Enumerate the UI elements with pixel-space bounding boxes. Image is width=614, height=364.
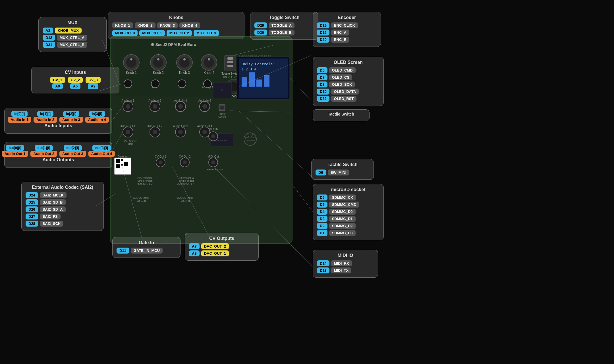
sd-d3-row: D3 SDMMC_D1 [317,216,379,222]
enc-b-label: ENC_B [331,37,349,43]
sd-d1-row: D1 SDMMC_D3 [317,230,379,236]
gate-in-title: Gate In [117,240,176,245]
sd-d1: SDMMC_D1 [329,216,356,222]
svg-point-54 [178,104,183,109]
svg-text:Here: Here [128,143,134,145]
cv-inputs-title: CV Inputs [36,70,115,75]
sd-d2-row: D2 SDMMC_D2 [317,223,379,229]
midi-d14-row: D14 MIDI_RX [317,260,374,266]
audio-out3-code: out[2][i] [64,145,82,151]
mux-pin-row-1: A3 KNOB_MUX [43,28,102,34]
enc-pin-row-3: D20 ENC_B [317,37,377,43]
sd-ck: SDMMC_CK [329,194,356,200]
svg-point-52 [153,104,157,109]
svg-rect-43 [264,75,269,87]
svg-point-70 [153,130,157,134]
sd-d6: D6 [317,194,327,200]
svg-text:ON-OFF-ON: ON-OFF-ON [223,76,238,78]
cv-out-a7-row: A7 DAC_OUT_2 [189,243,254,249]
audio-in2-label: Audio In 2 [34,117,57,123]
svg-point-94 [183,160,187,164]
sd-d3: SDMMC_D3 [329,230,356,236]
svg-text:PCM3060: PCM3060 [217,139,227,142]
svg-point-5 [130,58,132,60]
svg-point-50 [126,104,130,109]
oled-d7-row: D7 OLED_CS [317,74,379,80]
sai2-d24-row: D24 SAI2_MCLK [26,192,99,198]
svg-text:Switch: Switch [218,115,226,118]
microsd-title: microSD socket [317,187,379,192]
audio-out2-code: out[1][i] [35,145,53,151]
toggle-pin-row-2: D30 TOGGLE_B [254,30,314,35]
knob3-chip: KNOB_3 [157,22,178,28]
svg-text:hardware: hardware [245,139,255,142]
audio-out1-label: Audio Out 1 [2,151,28,157]
oled-d8-row: D8 OLED_SCK [317,81,379,87]
svg-point-34 [178,80,186,88]
cv3-id: A2 [88,83,98,89]
svg-text:External COD...: External COD... [207,168,225,171]
svg-text:Single-ended: Single-ended [179,179,194,182]
tactile-title: Tactile Switch [316,162,370,167]
oled-d8: D8 [317,81,327,87]
svg-text:Single-ended: Single-ended [137,179,152,182]
svg-point-8 [157,58,159,60]
oled-d7: D7 [317,74,327,80]
svg-point-92 [159,160,163,164]
svg-rect-88 [124,162,128,166]
svg-point-97 [211,134,215,138]
oled-d10-row: D10 OLED_DATA [317,89,379,95]
enc-a-label: ENC_A [331,30,349,35]
sai2-mclk: SAI2_MCLK [40,192,67,198]
mux-pin-d31: D31 [43,42,55,48]
mux-ch0-chip: MUX_CH_0 [112,30,138,36]
svg-rect-42 [256,80,262,87]
svg-text:GND VCCSEL SDARES DC CS: GND VCCSEL SDARES DC CS [239,55,271,57]
svg-text:CODEC Input: CODEC Input [177,196,193,199]
svg-text:Toggle Switch: Toggle Switch [221,72,239,75]
tactile-switch-top-annotation: Tactile Switch [313,109,370,121]
cv-inputs-annotation: CV Inputs CV_1 A0 CV_2 A6 CV_3 A2 [31,67,119,93]
svg-text:Input (Ch. 1-2): Input (Ch. 1-2) [137,182,153,185]
sai2-d27-row: D27 SAI2_FS [26,214,99,219]
svg-text:IC: IC [221,89,223,91]
tactile-switch-annotation: Tactile Switch D9 SW_MINI [311,159,374,180]
mux-label-ctrl-b: MUX_CTRL_B [57,42,87,48]
sai2-d27: D27 [26,214,38,219]
svg-text:⚙ Seed2 DFM Eval Euro: ⚙ Seed2 DFM Eval Euro [151,42,196,47]
svg-text:Differential to: Differential to [179,177,194,179]
svg-text:(Ch. 1-2): (Ch. 1-2) [136,199,146,202]
gate-in-row: D11 GATE_IN_MCU [117,248,176,254]
svg-text:Tactile: Tactile [218,112,226,115]
sd-d5: D5 [317,202,327,208]
mux-label-knob-mux: KNOB_MUX [55,28,82,34]
mux-annotation: MUX A3 KNOB_MUX D12 MUX_CTRL_A D31 MUX_C… [38,17,107,52]
oled-sck: OLED_SCK [329,81,355,87]
enc-pin-row-2: D16 ENC_A [317,30,377,35]
sai2-title: External Audio Codec (SAI2) [26,185,99,190]
svg-rect-22 [227,65,233,67]
svg-point-35 [204,80,211,88]
midi-d13: D13 [317,267,329,273]
svg-text:Differential to: Differential to [138,177,153,179]
sai2-d28-row: D28 SAI2_SCK [26,221,99,227]
enc-d20: D20 [317,37,329,43]
sai2-sd-b: SAI2_SD_B [40,199,66,205]
oled-rst: OLED_RST [331,96,356,102]
sai2-sd-a: SAI2_SD_A [40,206,66,212]
svg-rect-87 [121,164,123,166]
cv-a7: A7 [189,243,200,249]
enc-d19: D19 [317,22,329,28]
enc-pin-row-1: D19 ENC_CLICK [317,22,377,28]
svg-point-14 [208,58,210,60]
svg-rect-84 [116,159,120,163]
tactile-d9: D9 [316,170,326,175]
audio-in1-code: in[0][i] [11,111,28,117]
mux-pin-a3: A3 [43,28,53,34]
oled-title: OLED Screen [317,60,379,65]
toggle-d30: D30 [254,30,267,35]
audio-outputs-title: Audio Outputs [9,157,108,162]
toggle-d29: D29 [254,22,267,28]
svg-point-33 [151,80,159,88]
encoder-annotation: Encoder D19 ENC_CLICK D16 ENC_A D20 ENC_… [313,12,381,47]
